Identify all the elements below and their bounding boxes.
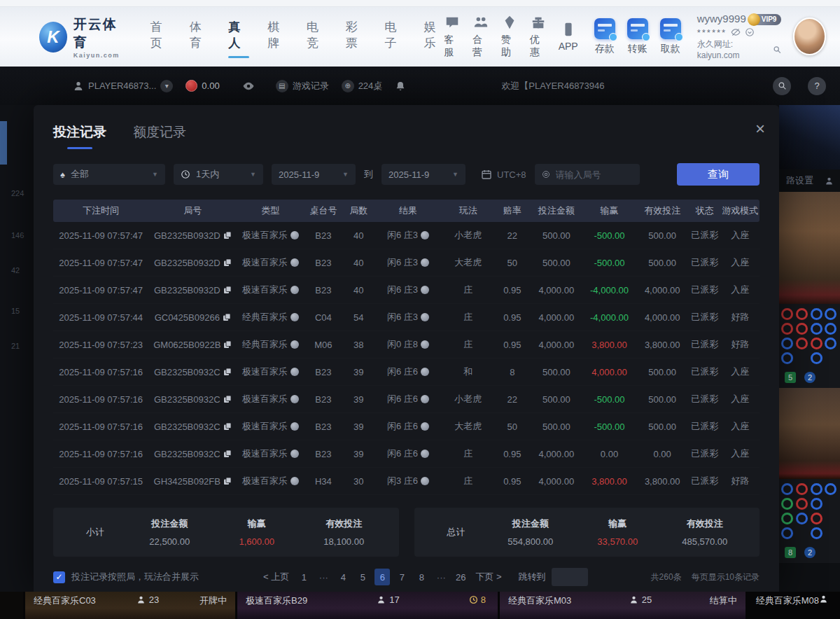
page-button[interactable]: ··· — [433, 569, 449, 585]
tables-count-button[interactable]: ⊕ 224桌 — [342, 80, 383, 92]
strip-spacer — [0, 592, 23, 619]
close-icon[interactable]: × — [755, 120, 765, 137]
prev-page-button[interactable]: < 上页 — [262, 571, 290, 583]
table-cell: 极速百家乐 — [237, 284, 304, 296]
nav-item[interactable]: 彩票 — [346, 19, 366, 55]
live-table-tile[interactable]: 经典百家乐M03 25 结算中 — [500, 592, 746, 619]
chevron-circle-icon[interactable] — [745, 27, 755, 37]
page-button[interactable]: 7 — [394, 569, 410, 585]
gift-icon — [531, 15, 546, 30]
date-from-select[interactable]: 2025-11-9 ▼ — [272, 164, 356, 185]
table-cell: 3,800.00 — [636, 476, 689, 487]
table-status: 开牌中 — [200, 594, 227, 607]
chevron-down-icon[interactable]: ▾ — [160, 80, 173, 92]
table-cell: 0.95 — [495, 340, 530, 350]
copy-icon[interactable] — [223, 450, 232, 458]
table-cell: 极速百家乐 — [237, 366, 304, 378]
table-name: 经典百家乐C03 — [34, 594, 96, 607]
round-icon — [542, 169, 550, 179]
promo-button[interactable]: 优惠 — [530, 15, 547, 59]
table-cell: 50 — [495, 422, 530, 432]
eye-off-icon[interactable] — [731, 27, 741, 37]
search-icon[interactable] — [773, 77, 791, 95]
table-cell: 大老虎 — [442, 420, 495, 433]
magnifier-icon[interactable] — [773, 45, 781, 55]
modal-tab[interactable]: 额度记录 — [133, 123, 186, 149]
notifications-button[interactable] — [395, 81, 406, 92]
subtotal-valid: 18,100.00 — [300, 536, 388, 547]
nav-item[interactable]: 电子 — [385, 19, 405, 55]
sponsor-button[interactable]: 赞助 — [501, 15, 518, 59]
game-record-button[interactable]: ▤ 游戏记录 — [276, 80, 329, 92]
copy-icon[interactable] — [223, 368, 232, 376]
app-button[interactable]: APP — [559, 22, 578, 52]
nav-item[interactable]: 棋牌 — [267, 19, 288, 55]
table-row: 2025-11-09 07:57:47GB2325B0932D极速百家乐B234… — [53, 277, 760, 304]
chevron-down-icon: ▼ — [452, 171, 458, 178]
page-button[interactable]: 8 — [414, 569, 429, 585]
partner-button[interactable]: 合营 — [472, 15, 489, 59]
table-cell: 39 — [343, 422, 374, 432]
road-ring — [781, 513, 793, 524]
support-button[interactable]: 客服 — [444, 15, 461, 59]
withdraw-button[interactable]: 取款 — [660, 18, 681, 55]
copy-icon[interactable] — [223, 422, 232, 431]
table-cell: GB2325B0932C — [148, 422, 237, 432]
nav-item[interactable]: 真人 — [228, 19, 248, 55]
round-search[interactable] — [535, 164, 640, 185]
timezone-display[interactable]: UTC+8 — [481, 169, 526, 180]
page-button[interactable]: 6 — [374, 569, 390, 585]
live-table-tile[interactable]: 极速百家乐B29 17 8 — [237, 592, 498, 619]
table-cell: B23 — [304, 258, 342, 268]
table-cell: 500.00 — [636, 394, 689, 405]
help-icon[interactable]: ? — [808, 77, 826, 95]
dealer-video-thumb[interactable] — [779, 388, 840, 479]
copy-icon[interactable] — [223, 286, 232, 294]
site-logo[interactable]: K 开云体育 Kaiyun.com — [39, 15, 127, 59]
table-cell: 闲0 庄8 — [374, 338, 442, 351]
nav-item[interactable]: 娱乐 — [424, 19, 444, 55]
table-body: 2025-11-09 07:57:47GB2325B0932D极速百家乐B234… — [53, 222, 760, 495]
dealer-video-thumb[interactable] — [779, 192, 840, 304]
copy-icon[interactable] — [223, 395, 232, 403]
copy-icon[interactable] — [223, 313, 231, 321]
player-count: 17 — [389, 594, 399, 605]
table-cell: 已派彩 — [689, 284, 720, 296]
permanent-url: 永久网址: kaiyun.com — [697, 39, 769, 61]
nav-item[interactable]: 体育 — [190, 19, 210, 55]
date-to-select[interactable]: 2025-11-9 ▼ — [382, 164, 465, 185]
merge-checkbox[interactable]: ✓ — [53, 571, 65, 583]
deposit-button[interactable]: 存款 — [594, 18, 615, 55]
table-cell: 4,000.00 — [583, 367, 636, 377]
table-cell: -4,000.00 — [583, 285, 636, 295]
page-button[interactable]: 26 — [453, 569, 468, 585]
time-range-select[interactable]: 1天内 ▼ — [174, 164, 263, 185]
toggle-balance[interactable] — [242, 80, 255, 92]
modal-tab[interactable]: 投注记录 — [53, 123, 106, 149]
jump-page-input[interactable] — [552, 568, 588, 586]
page-button[interactable]: ··· — [316, 569, 331, 585]
transfer-button[interactable]: 转账 — [627, 18, 648, 55]
player-menu[interactable]: PLAYER46873... ▾ — [73, 80, 173, 92]
nav-item[interactable]: 首页 — [150, 19, 171, 55]
road-settings-button[interactable]: 路设置 — [786, 174, 813, 187]
info-dot-icon — [290, 340, 299, 349]
copy-icon[interactable] — [223, 340, 232, 349]
live-table-tile[interactable]: 经典百家乐M08 — [748, 592, 840, 619]
nav-item[interactable]: 电竞 — [307, 19, 327, 55]
live-table-tile[interactable]: 经典百家乐C03 23 开牌中 — [25, 592, 235, 619]
round-number-input[interactable] — [556, 169, 633, 180]
table-cell: 2025-11-09 07:57:23 — [53, 340, 148, 350]
avatar[interactable] — [793, 18, 826, 55]
page-button[interactable]: 1 — [296, 569, 312, 585]
query-button[interactable]: 查询 — [677, 163, 760, 186]
chevron-down-icon: ▼ — [250, 171, 256, 178]
next-page-button[interactable]: 下页 > — [474, 571, 503, 583]
page-button[interactable]: 5 — [355, 569, 370, 585]
page-button[interactable]: 4 — [335, 569, 351, 585]
game-type-select[interactable]: ♠ 全部 ▼ — [53, 164, 165, 185]
copy-icon[interactable] — [223, 477, 232, 485]
copy-icon[interactable] — [223, 231, 232, 239]
copy-icon[interactable] — [223, 258, 232, 267]
filter-bar: ♠ 全部 ▼ 1天内 ▼ 2025-11-9 ▼ 到 2025-11-9 ▼ U… — [53, 163, 760, 186]
